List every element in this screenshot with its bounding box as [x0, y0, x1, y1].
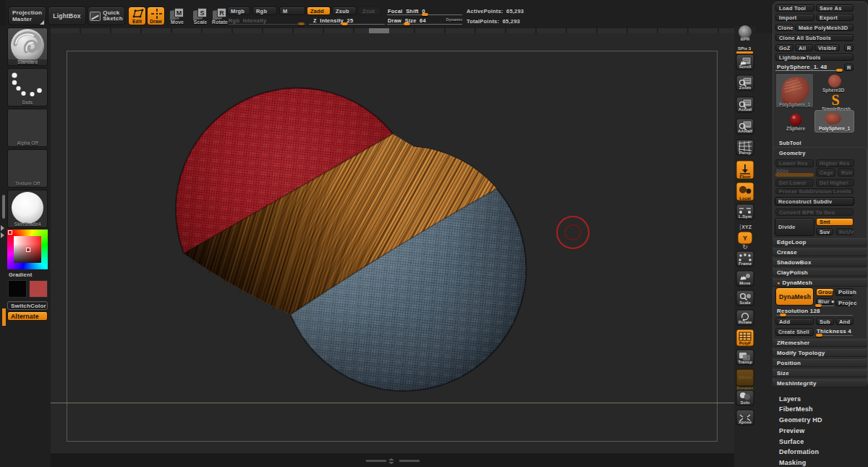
svg-text:Zoom: Zoom [739, 85, 751, 90]
svg-text:⌠XYZ: ⌠XYZ [739, 224, 752, 231]
svg-text:Y: Y [743, 235, 747, 242]
svg-text:PolyF: PolyF [739, 341, 752, 345]
svg-text:BPR: BPR [741, 37, 750, 41]
svg-text:Scroll: Scroll [739, 64, 752, 69]
svg-text:Actual: Actual [739, 107, 752, 112]
svg-text:↻: ↻ [742, 243, 748, 251]
svg-text:Solo: Solo [741, 400, 750, 405]
svg-text:Move: Move [739, 281, 751, 285]
svg-text:Persp: Persp [739, 151, 752, 155]
svg-text:Floor: Floor [740, 174, 752, 179]
svg-text:Rotate: Rotate [739, 320, 752, 324]
svg-text:Xpose: Xpose [739, 420, 752, 424]
svg-text:Transp: Transp [738, 360, 752, 364]
svg-text:Dynamic: Dynamic [737, 386, 754, 390]
svg-text:Scale: Scale [739, 300, 751, 305]
svg-text:SPix 3: SPix 3 [738, 46, 752, 51]
svg-text:Ghost: Ghost [739, 375, 751, 379]
svg-text:Local: Local [739, 196, 751, 201]
svg-text:Frame: Frame [739, 261, 752, 266]
svg-text:AAHalf: AAHalf [738, 129, 753, 133]
svg-text:L.Sym: L.Sym [739, 214, 752, 219]
